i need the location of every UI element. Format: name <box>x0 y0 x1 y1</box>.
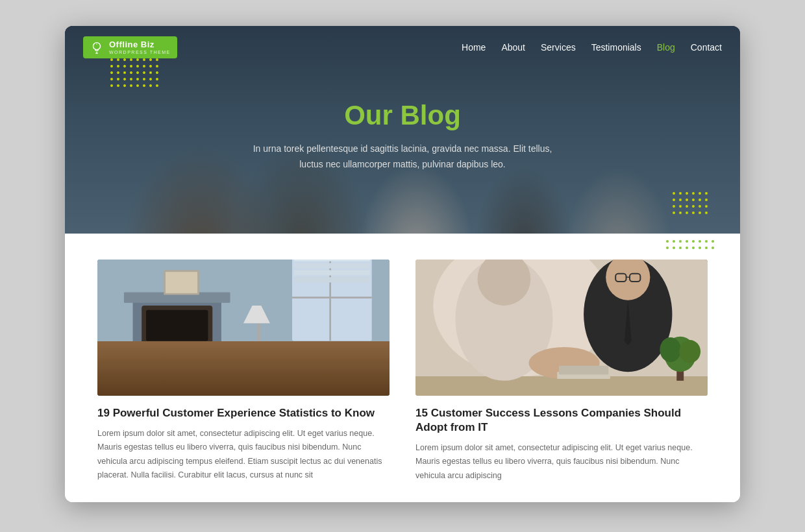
navbar: Offline Biz WORDPRESS THEME Home About S… <box>65 26 740 69</box>
svg-rect-9 <box>292 296 372 298</box>
svg-rect-46 <box>559 366 608 375</box>
blog-card-2: 15 Customer Success Lessons Companies Sh… <box>415 260 708 483</box>
nav-item-testimonials[interactable]: Testimonials <box>591 42 641 53</box>
nav-link-services[interactable]: Services <box>541 42 576 53</box>
content-section: 19 Powerful Customer Experience Statisti… <box>65 234 740 502</box>
logo-icon <box>90 40 104 54</box>
blog-card-2-title[interactable]: 15 Customer Success Lessons Companies Sh… <box>415 406 708 435</box>
svg-rect-11 <box>294 263 370 268</box>
hero-title: Our Blog <box>247 100 558 131</box>
svg-point-43 <box>660 337 681 362</box>
logo-title: Offline Biz <box>109 40 171 49</box>
svg-point-0 <box>93 43 101 50</box>
svg-point-44 <box>679 340 700 363</box>
svg-rect-21 <box>186 350 327 366</box>
blog-card-2-image <box>415 260 708 396</box>
blog-card-2-excerpt: Lorem ipsum dolor sit amet, consectetur … <box>415 441 708 483</box>
svg-rect-10 <box>294 260 370 261</box>
blog-card-1-title[interactable]: 19 Powerful Customer Experience Statisti… <box>97 406 390 420</box>
svg-rect-16 <box>146 310 208 341</box>
nav-item-blog[interactable]: Blog <box>657 42 675 53</box>
dots-decoration-top-right <box>666 240 714 249</box>
svg-rect-20 <box>186 359 327 394</box>
blog-card-1-excerpt: Lorem ipsum dolor sit amet, consectetur … <box>97 427 390 482</box>
svg-rect-28 <box>362 370 365 396</box>
logo[interactable]: Offline Biz WORDPRESS THEME <box>83 36 177 58</box>
dots-decoration-right <box>673 192 708 214</box>
logo-subtitle: WORDPRESS THEME <box>109 50 171 54</box>
nav-item-contact[interactable]: Contact <box>691 42 722 53</box>
svg-rect-13 <box>294 277 370 282</box>
svg-rect-19 <box>166 272 197 293</box>
svg-rect-23 <box>312 350 328 394</box>
nav-link-home[interactable]: Home <box>462 42 486 53</box>
svg-rect-12 <box>294 270 370 275</box>
hero-content: Our Blog In urna torek pellentesque id s… <box>247 87 558 173</box>
logo-text: Offline Biz WORDPRESS THEME <box>109 40 171 54</box>
svg-rect-6 <box>97 350 390 396</box>
svg-rect-22 <box>186 350 202 394</box>
nav-link-testimonials[interactable]: Testimonials <box>591 42 641 53</box>
blog-card-1-image <box>97 260 390 396</box>
nav-item-home[interactable]: Home <box>462 42 486 53</box>
nav-item-services[interactable]: Services <box>541 42 576 53</box>
hero-section: Offline Biz WORDPRESS THEME Home About S… <box>65 26 740 234</box>
svg-rect-27 <box>330 370 334 396</box>
blog-card-1: 19 Powerful Customer Experience Statisti… <box>97 260 390 483</box>
nav-link-contact[interactable]: Contact <box>691 42 722 53</box>
blog-grid: 19 Powerful Customer Experience Statisti… <box>97 260 708 483</box>
browser-window: Offline Biz WORDPRESS THEME Home About S… <box>65 26 740 502</box>
nav-link-blog[interactable]: Blog <box>657 42 675 53</box>
nav-link-about[interactable]: About <box>501 42 525 53</box>
svg-rect-26 <box>326 366 370 370</box>
hero-description: In urna torek pellentesque id sagittis l… <box>247 141 558 173</box>
nav-links: Home About Services Testimonials Blog Co… <box>462 42 722 53</box>
nav-item-about[interactable]: About <box>501 42 525 53</box>
svg-rect-24 <box>256 323 260 354</box>
svg-rect-31 <box>415 376 708 396</box>
